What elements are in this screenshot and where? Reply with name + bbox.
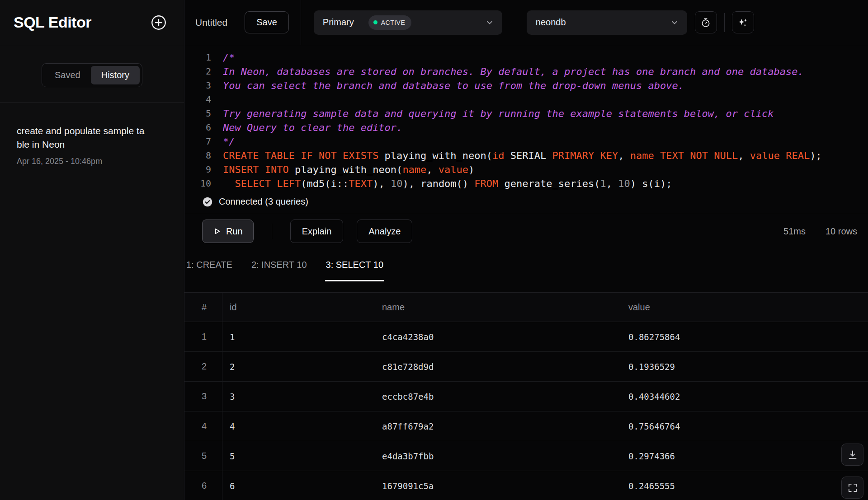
table-row[interactable]: 11c4ca4238a00.86275864 [184, 322, 868, 352]
table-row[interactable]: 55e4da3b7fbb0.2974366 [184, 441, 868, 471]
table-cell: 2 [222, 352, 375, 381]
table-cell: 6 [184, 471, 222, 500]
expand-results-button[interactable] [841, 477, 863, 499]
result-tab-2[interactable]: 2: INSERT 10 [250, 249, 308, 281]
ai-assist-button[interactable] [732, 11, 754, 33]
download-results-button[interactable] [841, 444, 863, 466]
table-cell: 4 [184, 411, 222, 441]
table-cell: 0.2974366 [621, 441, 868, 471]
table-cell: 3 [184, 382, 222, 411]
table-cell: eccbc87e4b [375, 382, 621, 411]
history-list: create and populate sample table in Neon… [0, 103, 184, 166]
stopwatch-icon [700, 17, 712, 28]
code-line[interactable]: 6New Query to clear the editor. [184, 121, 868, 135]
column-header-name: name [375, 293, 621, 322]
line-number: 1 [184, 51, 217, 65]
sidebar-header: SQL Editor [0, 0, 184, 45]
table-row[interactable]: 661679091c5a0.2465555 [184, 471, 868, 500]
result-tab-1[interactable]: 1: CREATE [185, 249, 233, 281]
query-title: Untitled [195, 17, 227, 28]
explain-button[interactable]: Explain [290, 220, 344, 243]
query-history-button[interactable] [695, 11, 717, 33]
connection-status-text: Connected (3 queries) [219, 196, 308, 207]
code-text: You can select the branch and database t… [217, 79, 684, 93]
line-number: 4 [184, 93, 217, 107]
code-text: */ [217, 135, 235, 149]
save-button[interactable]: Save [245, 11, 289, 33]
code-text: New Query to clear the editor. [217, 121, 402, 135]
code-line[interactable]: 1/* [184, 51, 868, 65]
new-query-button[interactable] [148, 12, 170, 33]
code-text: INSERT INTO playing_with_neon(name, valu… [217, 163, 474, 177]
code-text: In Neon, databases are stored on branche… [217, 65, 804, 79]
code-line[interactable]: 8CREATE TABLE IF NOT EXISTS playing_with… [184, 149, 868, 163]
code-line[interactable]: 3You can select the branch and database … [184, 79, 868, 93]
query-row-count: 10 rows [826, 226, 857, 237]
chevron-down-icon [485, 18, 494, 27]
topbar-divider [724, 13, 725, 32]
code-editor[interactable]: 1/*2In Neon, databases are stored on bra… [184, 45, 868, 191]
table-cell: 5 [222, 441, 375, 471]
run-button[interactable]: Run [202, 220, 254, 243]
history-list-item[interactable]: create and populate sample table in Neon… [0, 103, 184, 166]
plus-circle-icon [150, 14, 167, 31]
table-cell: 2 [184, 352, 222, 381]
table-row[interactable]: 44a87ff679a20.75646764 [184, 411, 868, 441]
table-row[interactable]: 33eccbc87e4b0.40344602 [184, 382, 868, 411]
sidebar-tab-saved[interactable]: Saved [44, 66, 91, 84]
result-tabs: 1: CREATE2: INSERT 103: SELECT 10 [184, 249, 868, 281]
table-cell: c81e728d9d [375, 352, 621, 381]
branch-name: Primary [323, 17, 354, 28]
play-icon [213, 227, 221, 235]
table-header-row: #idnamevalue [184, 292, 868, 322]
actions-divider [272, 224, 272, 239]
table-cell: e4da3b7fbb [375, 441, 621, 471]
sql-editor-app: SQL Editor SavedHistory create and popul… [0, 0, 868, 500]
table-row[interactable]: 22c81e728d9d0.1936529 [184, 352, 868, 382]
chevron-down-icon [670, 18, 679, 27]
table-cell: 4 [222, 411, 375, 441]
download-icon [847, 449, 859, 461]
page-title: SQL Editor [14, 14, 91, 31]
line-number: 9 [184, 163, 217, 177]
query-duration: 51ms [783, 226, 806, 237]
line-number: 5 [184, 107, 217, 121]
expand-icon [847, 482, 859, 494]
database-select[interactable]: neondb [527, 10, 687, 35]
saved-history-switch: SavedHistory [42, 63, 142, 87]
branch-status-badge: ACTIVE [368, 15, 412, 30]
saved-history-switch-wrap: SavedHistory [0, 63, 184, 87]
table-cell: 0.1936529 [621, 352, 868, 381]
table-cell: 0.75646764 [621, 411, 868, 441]
active-status-dot [373, 20, 377, 24]
code-text [217, 93, 223, 107]
table-cell: 0.40344602 [621, 382, 868, 411]
code-text: Try generating sample data and querying … [217, 107, 774, 121]
line-number: 7 [184, 135, 217, 149]
column-header-value: value [621, 293, 868, 322]
line-number: 10 [184, 177, 217, 191]
run-label: Run [226, 226, 243, 237]
sidebar: SQL Editor SavedHistory create and popul… [0, 0, 184, 500]
code-line[interactable]: 9INSERT INTO playing_with_neon(name, val… [184, 163, 868, 177]
table-cell: 6 [222, 471, 375, 500]
topbar: Untitled Save Primary ACTIVE neondb [184, 0, 868, 45]
table-cell: 5 [184, 441, 222, 471]
result-tab-3[interactable]: 3: SELECT 10 [325, 249, 384, 281]
code-text: /* [217, 51, 235, 65]
table-cell: 0.86275864 [621, 322, 868, 351]
table-cell: a87ff679a2 [375, 411, 621, 441]
main-panel: Untitled Save Primary ACTIVE neondb [184, 0, 868, 500]
code-line[interactable]: 7*/ [184, 135, 868, 149]
branch-select[interactable]: Primary ACTIVE [314, 10, 502, 35]
code-text: SELECT LEFT(md5(i::TEXT), 10), random() … [217, 177, 672, 191]
table-cell: 1 [184, 322, 222, 351]
sidebar-tab-history[interactable]: History [91, 66, 140, 84]
code-line[interactable]: 2In Neon, databases are stored on branch… [184, 65, 868, 79]
code-line[interactable]: 4 [184, 93, 868, 107]
analyze-button[interactable]: Analyze [357, 220, 412, 243]
code-line[interactable]: 5Try generating sample data and querying… [184, 107, 868, 121]
code-line[interactable]: 10 SELECT LEFT(md5(i::TEXT), 10), random… [184, 177, 868, 191]
line-number: 6 [184, 121, 217, 135]
topbar-divider [301, 0, 301, 45]
